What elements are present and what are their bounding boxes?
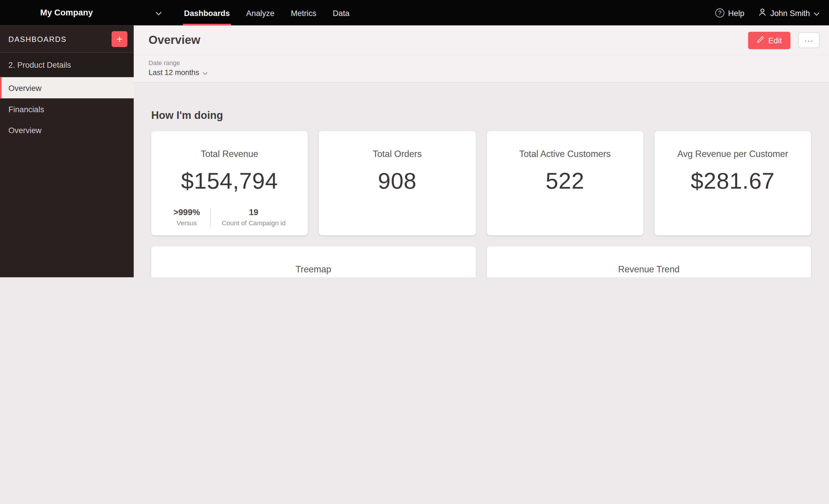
edit-button[interactable]: Edit [748,31,790,49]
sidebar-item-product-details[interactable]: 2. Product Details [0,53,134,77]
user-menu[interactable]: John Smith [758,7,819,18]
kpi-comparison-left: >999% Versus [163,208,211,227]
kpi-comparison-right: 19 Count of Campaign id [211,208,296,227]
kpi-value: 908 [378,168,417,194]
kpi-card-total-revenue: Total Revenue $154,794 >999% Versus 19 C… [151,131,308,235]
sidebar-title: DASHBOARDS [8,35,67,43]
top-bar: My Company Dashboards Analyze Metrics Da… [0,0,829,25]
logo-area [0,0,40,25]
kpi-value: $154,794 [181,168,278,194]
sidebar-item-overview-2[interactable]: Overview [0,119,134,141]
nav-data[interactable]: Data [332,0,351,25]
help-icon: ? [715,8,724,17]
kpi-title: Total Orders [373,149,422,159]
nav-metrics[interactable]: Metrics [290,0,317,25]
kpi-card-avg-revenue: Avg Revenue per Customer $281.67 [654,131,811,235]
plus-icon: + [116,33,122,44]
kpi-value: $281.67 [691,168,774,194]
date-range-label: Date range [148,59,829,67]
kpi-title: Total Revenue [201,149,258,159]
page-header: Overview Edit ··· [134,25,829,55]
more-button[interactable]: ··· [798,32,820,48]
header-actions: Edit ··· [748,31,819,49]
chevron-down-icon [155,8,162,17]
kpi-title: Avg Revenue per Customer [677,149,788,159]
kpi-comparison: >999% Versus 19 Count of Campaign id [163,208,296,227]
add-dashboard-button[interactable]: + [112,31,128,47]
nav-analyze[interactable]: Analyze [245,0,275,25]
main-nav: Dashboards Analyze Metrics Data [183,0,365,25]
section-title: How I'm doing [151,108,811,123]
sidebar-item-overview-active[interactable]: Overview [0,77,134,99]
app-window: My Company Dashboards Analyze Metrics Da… [0,0,829,277]
revenue-trend-title: Revenue Trend [494,264,804,275]
kpi-card-active-customers: Total Active Customers 522 [486,131,643,235]
nav-dashboards[interactable]: Dashboards [183,0,231,25]
topbar-right: ? Help John Smith [715,7,829,18]
company-selector[interactable]: My Company [40,0,169,25]
treemap-title: Treemap [159,264,468,275]
pencil-icon [757,36,764,45]
kpi-row: Total Revenue $154,794 >999% Versus 19 C… [151,131,811,235]
sidebar-header: DASHBOARDS + [0,25,134,53]
user-name: John Smith [770,8,810,17]
page-title: Overview [148,33,200,47]
kpi-value: 522 [546,168,584,194]
revenue-trend-card: Revenue Trend Column (Left): Revenue Lin… [486,247,811,277]
date-range-selector[interactable]: Last 12 months [148,68,208,77]
chevron-down-icon [202,68,208,77]
dashboard-content: How I'm doing Total Revenue $154,794 >99… [134,82,829,277]
sidebar-item-financials[interactable]: Financials [0,98,134,119]
filter-bar: Date range Last 12 months [134,55,829,82]
ellipsis-icon: ··· [804,36,814,45]
sidebar: DASHBOARDS + 2. Product Details Overview… [0,25,134,277]
kpi-title: Total Active Customers [519,149,610,159]
help-button[interactable]: ? Help [715,8,745,17]
chevron-down-icon [814,8,819,17]
treemap-card: Treemap Category: AdvertisingContentDire… [151,247,475,277]
user-icon [758,7,766,18]
chart-row: Treemap Category: AdvertisingContentDire… [151,247,811,277]
kpi-card-total-orders: Total Orders 908 [319,131,475,235]
main-area: Overview Edit ··· Date range Last 12 mon… [134,25,829,277]
company-name: My Company [40,8,93,17]
